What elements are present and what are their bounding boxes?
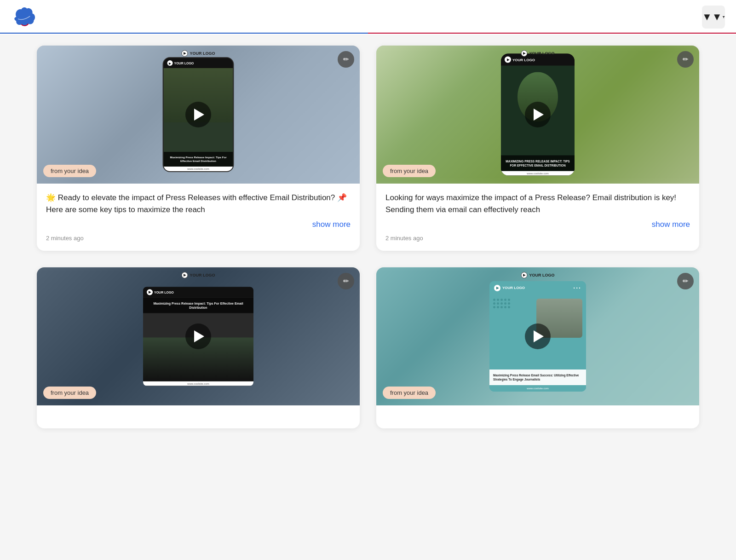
card-4-post-logo-row: ▶ YOUR LOGO <box>494 285 525 291</box>
card-1-play-button[interactable] <box>185 102 211 127</box>
card-1-url: www.coolsite.com <box>164 167 233 171</box>
card-3-logo-dot: ▶ <box>147 289 153 295</box>
card-1: ▶ YOUR LOGO ▶ YOUR LOGO Maximizing Press… <box>37 46 360 251</box>
card-1-outer-logo: ▶ YOUR LOGO <box>181 50 215 57</box>
app-logo <box>11 6 39 29</box>
card-1-timestamp: 2 minutes ago <box>46 235 351 242</box>
card-1-edit-button[interactable]: ✏ <box>338 51 354 68</box>
card-1-phone-logo: YOUR LOGO <box>174 62 194 65</box>
card-1-video-title: Maximizing Press Release Impact: Tips Fo… <box>164 152 233 167</box>
app-header: ▼▼ <box>0 0 736 35</box>
card-4-content <box>376 405 699 428</box>
card-3-thumbnail: ▶ YOUR LOGO ▶ YOUR LOGO Maximizing Press… <box>37 267 360 405</box>
card-2-vphone-logo-circle: ▶ <box>505 57 511 63</box>
card-4-dots-bg <box>493 299 510 308</box>
card-2-edit-button[interactable]: ✏ <box>677 51 694 68</box>
card-2-logo-circle: ▶ <box>521 50 527 57</box>
card-1-play-triangle <box>194 109 204 121</box>
card-1-show-more[interactable]: show more <box>46 220 351 229</box>
card-3-content <box>37 405 360 428</box>
card-4-logo-text: YOUR LOGO <box>529 273 554 277</box>
card-3-play-triangle <box>194 330 204 342</box>
card-3-logo-text: YOUR LOGO <box>190 273 215 277</box>
card-3-logo-circle: ▶ <box>181 272 188 278</box>
card-2-outer-logo: ▶ YOUR LOGO <box>521 50 554 57</box>
card-2-content: Looking for ways maximize the impact of … <box>376 184 699 251</box>
card-3-url: www.coolsite.com <box>143 381 253 386</box>
card-4-post-logo-dot: ▶ <box>494 285 500 291</box>
card-4-play-triangle <box>534 330 544 342</box>
card-2-show-more[interactable]: show more <box>385 220 690 229</box>
card-2-video-title: MAXIMIZING PRESS RELEASE IMPACT: TIPS FO… <box>501 155 575 171</box>
card-4-url: www.coolsite.com <box>489 385 586 392</box>
logo-icon <box>11 6 39 29</box>
card-4-post-logo: YOUR LOGO <box>502 286 525 290</box>
card-1-phone-logo-dot: ▶ <box>167 60 173 66</box>
card-4: ▶ YOUR LOGO ▶ YOUR LOGO ··· <box>376 267 699 428</box>
card-4-post-dots: ··· <box>573 284 581 292</box>
cards-grid: ▶ YOUR LOGO ▶ YOUR LOGO Maximizing Press… <box>37 46 699 428</box>
card-2: ▶ YOUR LOGO ▶ YOUR LOGO MA <box>376 46 699 251</box>
card-1-thumbnail: ▶ YOUR LOGO ▶ YOUR LOGO Maximizing Press… <box>37 46 360 184</box>
card-4-outer-logo: ▶ YOUR LOGO <box>521 272 554 278</box>
card-4-play-button[interactable] <box>525 323 551 349</box>
card-2-logo-text: YOUR LOGO <box>529 51 554 56</box>
card-3-hframe-header: ▶ YOUR LOGO <box>143 287 253 297</box>
card-1-badge: from your idea <box>43 165 96 177</box>
card-3-badge: from your idea <box>43 387 96 399</box>
card-2-url: www.coolsite.com <box>501 171 575 176</box>
filter-button[interactable]: ▼▼ <box>702 6 725 29</box>
card-2-vphone-logo: YOUR LOGO <box>512 58 535 62</box>
card-3-edit-button[interactable]: ✏ <box>338 273 354 289</box>
filter-icon <box>722 12 725 22</box>
card-2-badge: from your idea <box>383 165 436 177</box>
card-2-thumbnail: ▶ YOUR LOGO ▶ YOUR LOGO MA <box>376 46 699 184</box>
card-1-logo-text: YOUR LOGO <box>190 51 215 56</box>
card-4-logo-circle: ▶ <box>521 272 527 278</box>
card-3-video-title: Maximizing Press Release Impact: Tips Fo… <box>143 297 253 313</box>
card-3-outer-logo: ▶ YOUR LOGO <box>181 272 215 278</box>
card-4-edit-button[interactable]: ✏ <box>677 273 694 289</box>
card-4-thumbnail: ▶ YOUR LOGO ▶ YOUR LOGO ··· <box>376 267 699 405</box>
card-4-post-header: ▶ YOUR LOGO ··· <box>489 281 586 295</box>
svg-marker-0 <box>722 16 724 17</box>
card-1-logo-circle: ▶ <box>181 50 188 57</box>
card-3-hframe-logo: YOUR LOGO <box>154 290 174 294</box>
card-4-badge: from your idea <box>383 387 436 399</box>
main-content: ▶ YOUR LOGO ▶ YOUR LOGO Maximizing Press… <box>0 35 736 439</box>
card-1-phone-header: ▶ YOUR LOGO <box>164 58 233 68</box>
card-2-play-triangle <box>534 109 544 121</box>
card-2-timestamp: 2 minutes ago <box>385 235 690 242</box>
card-3: ▶ YOUR LOGO ▶ YOUR LOGO Maximizing Press… <box>37 267 360 428</box>
card-4-post-text: Maximizing Press Release Email Success: … <box>489 369 586 385</box>
card-2-play-button[interactable] <box>525 102 551 127</box>
card-1-description: 🌟 Ready to elevate the impact of Press R… <box>46 192 351 216</box>
card-1-content: 🌟 Ready to elevate the impact of Press R… <box>37 184 360 251</box>
card-3-play-button[interactable] <box>185 323 211 349</box>
card-2-description: Looking for ways maximize the impact of … <box>385 192 690 216</box>
